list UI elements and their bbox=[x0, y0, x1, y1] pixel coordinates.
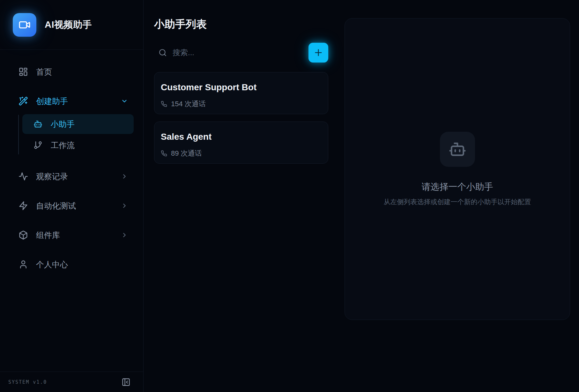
sidebar-item-label: 个人中心 bbox=[36, 259, 68, 270]
sidebar-item-home[interactable]: 首页 bbox=[13, 63, 134, 81]
assistant-detail-panel: 请选择一个小助手 从左侧列表选择或创建一个新的小助手以开始配置 bbox=[345, 18, 570, 320]
bot-icon bbox=[449, 140, 466, 158]
empty-state-title: 请选择一个小助手 bbox=[422, 181, 493, 193]
bot-icon bbox=[33, 120, 42, 129]
main-content: 小助手列表 Customer Support Bot bbox=[144, 0, 579, 392]
assistant-call-count-row: 89 次通话 bbox=[161, 149, 322, 158]
sidebar-item-workflow[interactable]: 工作流 bbox=[22, 135, 134, 155]
activity-icon bbox=[19, 172, 28, 181]
wand-sparkles-icon bbox=[19, 96, 28, 106]
chevron-down-icon bbox=[121, 98, 128, 105]
sidebar: AI视频助手 首页 创建助手 bbox=[0, 0, 144, 392]
page-title: 小助手列表 bbox=[154, 0, 328, 31]
plus-icon bbox=[313, 48, 323, 58]
empty-state: 请选择一个小助手 从左侧列表选择或创建一个新的小助手以开始配置 bbox=[384, 132, 531, 206]
panel-collapse-icon bbox=[122, 378, 130, 387]
sidebar-item-component-library[interactable]: 组件库 bbox=[13, 226, 134, 244]
git-branch-icon bbox=[33, 141, 42, 150]
chevron-right-icon bbox=[121, 232, 128, 239]
chevron-right-icon bbox=[121, 173, 128, 180]
sidebar-nav: 首页 创建助手 小助手 bbox=[0, 50, 143, 274]
assistant-list-panel: 小助手列表 Customer Support Bot bbox=[154, 0, 328, 164]
sidebar-item-label: 小助手 bbox=[51, 119, 75, 129]
bot-icon-tile bbox=[440, 132, 475, 167]
app-title: AI视频助手 bbox=[45, 18, 92, 31]
sidebar-item-label: 首页 bbox=[36, 67, 52, 77]
user-icon bbox=[19, 260, 28, 269]
zap-icon bbox=[19, 201, 28, 211]
sidebar-item-label: 观察记录 bbox=[36, 171, 68, 182]
assistant-list: Customer Support Bot 154 次通话 Sales Agent bbox=[154, 72, 328, 164]
phone-icon bbox=[161, 150, 167, 157]
add-assistant-button[interactable] bbox=[308, 43, 328, 63]
assistant-call-count-row: 154 次通话 bbox=[161, 99, 322, 109]
sidebar-item-observation-logs[interactable]: 观察记录 bbox=[13, 167, 134, 186]
sidebar-item-label: 创建助手 bbox=[36, 96, 68, 107]
search-bar bbox=[154, 43, 328, 63]
assistant-call-count: 89 次通话 bbox=[171, 149, 202, 158]
sidebar-header: AI视频助手 bbox=[0, 0, 143, 50]
sidebar-item-assistants[interactable]: 小助手 bbox=[22, 114, 134, 134]
chevron-right-icon bbox=[121, 202, 128, 209]
assistant-card[interactable]: Sales Agent 89 次通话 bbox=[154, 122, 328, 164]
dashboard-icon bbox=[19, 67, 28, 77]
video-icon bbox=[19, 19, 31, 31]
assistant-card[interactable]: Customer Support Bot 154 次通话 bbox=[154, 72, 328, 114]
sidebar-item-automated-testing[interactable]: 自动化测试 bbox=[13, 196, 134, 215]
sidebar-footer: SYSTEM v1.0 bbox=[0, 372, 143, 392]
search-icon bbox=[159, 48, 167, 57]
empty-state-subtitle: 从左侧列表选择或创建一个新的小助手以开始配置 bbox=[384, 197, 531, 206]
assistant-name: Customer Support Bot bbox=[161, 82, 322, 93]
search-input[interactable] bbox=[173, 48, 308, 57]
collapse-sidebar-button[interactable] bbox=[120, 376, 132, 388]
phone-icon bbox=[161, 101, 167, 107]
sidebar-item-label: 工作流 bbox=[51, 140, 75, 151]
sidebar-item-create-assistant[interactable]: 创建助手 bbox=[13, 92, 134, 110]
app-logo bbox=[13, 13, 36, 37]
sidebar-item-label: 组件库 bbox=[36, 230, 60, 240]
sidebar-item-label: 自动化测试 bbox=[36, 201, 76, 211]
assistant-call-count: 154 次通话 bbox=[171, 99, 206, 109]
box-icon bbox=[19, 230, 28, 240]
sidebar-item-profile[interactable]: 个人中心 bbox=[13, 255, 134, 274]
assistant-name: Sales Agent bbox=[161, 131, 322, 142]
system-version: SYSTEM v1.0 bbox=[8, 379, 47, 385]
create-assistant-submenu: 小助手 工作流 bbox=[13, 114, 134, 155]
